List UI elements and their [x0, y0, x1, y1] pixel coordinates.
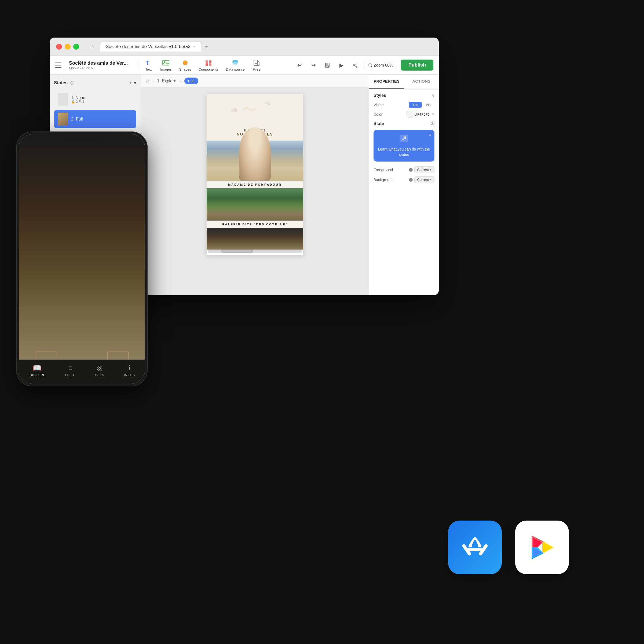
toolbar-right: ↩ ↪ ▶ Zoom 80% Publish: [294, 60, 433, 71]
plan-icon: ◎: [97, 364, 103, 372]
preview-button[interactable]: ▶: [336, 60, 346, 70]
color-picker[interactable]: #F4F5F5 ×: [407, 111, 434, 118]
undo-button[interactable]: ↩: [294, 60, 305, 70]
state-info-icon: [378, 134, 430, 145]
svg-text:T: T: [146, 60, 149, 66]
preview-madame-image: [207, 141, 303, 181]
maximize-traffic-light[interactable]: [73, 44, 79, 50]
canvas-scroll[interactable]: ❧ 〜 ❧ EXPLOREZ NOS HISTOIRES MADAME DE P…: [141, 87, 369, 295]
appstore-icon[interactable]: [448, 521, 502, 574]
visible-label: Visible: [374, 103, 385, 107]
breadcrumb-current: Full: [184, 78, 198, 84]
preview-card2-label: GALERIE DITE "DES COTELLE": [207, 221, 303, 228]
styles-chevron[interactable]: ∨: [432, 93, 434, 98]
redo-button[interactable]: ↪: [308, 60, 319, 70]
background-arrow: ▾: [430, 178, 431, 181]
liste-label: LISTE: [65, 373, 75, 377]
svg-text:❧: ❧: [263, 97, 273, 109]
phone-inner: EXPLOREZ NOS HISTOIRES MADAME DE POMPADO…: [19, 134, 145, 384]
styles-section-title: Styles ∨: [374, 93, 434, 98]
background-label: Background: [374, 178, 394, 182]
foreground-select[interactable]: Current ▾: [409, 166, 434, 173]
states-header: States ⓘ + ▾: [54, 80, 136, 86]
zoom-control[interactable]: Zoom 80%: [364, 61, 397, 69]
explore-icon: 📖: [33, 364, 41, 372]
images-label: Images: [160, 67, 172, 71]
phone-screen: EXPLOREZ NOS HISTOIRES MADAME DE POMPADO…: [19, 134, 145, 384]
share-button[interactable]: [350, 60, 360, 70]
infos-icon: ℹ: [128, 364, 131, 372]
preview-doors-image: [207, 228, 303, 250]
nav-plan[interactable]: ◎ PLAN: [95, 364, 104, 377]
minimize-traffic-light[interactable]: [65, 44, 71, 50]
state-item-none[interactable]: 1. None 🔒 2 Full: [54, 90, 136, 108]
state-none-sublabel: 🔒 2 Full: [71, 100, 85, 104]
publish-button[interactable]: Publish: [401, 60, 433, 71]
browser-tab[interactable]: Société des amis de Versailles v1.0-beta…: [100, 42, 201, 52]
tab-close[interactable]: ×: [193, 44, 196, 49]
nav-explore[interactable]: 📖 EXPLORE: [28, 364, 46, 377]
svg-rect-9: [254, 60, 258, 65]
state-info-text: Learn what you can do with the states: [378, 147, 430, 157]
states-info-icon: ⓘ: [70, 81, 74, 85]
shapes-label: Shapes: [179, 67, 191, 71]
foreground-row: Foreground Current ▾: [374, 166, 434, 173]
foreground-dropdown[interactable]: Current ▾: [414, 166, 434, 173]
states-dropdown-button[interactable]: ▾: [134, 80, 136, 86]
color-swatch[interactable]: [407, 111, 413, 118]
divider1: [138, 60, 138, 71]
svg-marker-44: [533, 537, 542, 547]
svg-rect-4: [206, 60, 208, 63]
state-info-close-button[interactable]: ×: [429, 133, 431, 137]
files-tool[interactable]: Files: [248, 57, 265, 73]
preview-card1-label: MADAME DE POMPADOUR: [207, 181, 303, 188]
visible-yes[interactable]: Yes: [409, 102, 422, 108]
hamburger-menu[interactable]: [55, 60, 65, 70]
background-dropdown[interactable]: Current ▾: [414, 176, 434, 183]
new-tab-button[interactable]: +: [204, 43, 208, 50]
infos-label: INFOS: [124, 373, 135, 377]
nav-infos[interactable]: ℹ INFOS: [124, 364, 135, 377]
breadcrumb-explore[interactable]: 1. Explore: [157, 79, 176, 83]
svg-text:〜: 〜: [241, 101, 258, 119]
images-tool[interactable]: Images: [156, 57, 175, 73]
visible-no[interactable]: No: [422, 102, 434, 108]
datasource-tool[interactable]: Data source: [222, 57, 248, 73]
shapes-tool[interactable]: Shapes: [175, 57, 195, 73]
background-select[interactable]: Current ▾: [409, 176, 434, 183]
states-title-group: States ⓘ: [54, 80, 74, 86]
canvas-scrollbar[interactable]: [208, 250, 302, 253]
right-panel: PROPERTIES ACTIONS Styles ∨ Visible Yes …: [369, 75, 439, 295]
svg-point-20: [369, 64, 371, 66]
state-full-label: 2. Full: [71, 117, 83, 122]
state-full-thumbnail: [58, 113, 68, 126]
phone-notch: [63, 134, 101, 142]
svg-line-18: [354, 64, 356, 65]
files-icon: [252, 59, 261, 67]
components-tool[interactable]: Components: [195, 57, 222, 73]
breadcrumb-home-icon[interactable]: ⌂: [146, 78, 149, 84]
panel-tabs: PROPERTIES ACTIONS: [369, 75, 439, 89]
add-state-button[interactable]: +: [129, 80, 132, 86]
nav-liste[interactable]: ≡ LISTE: [65, 364, 75, 377]
state-item-full[interactable]: 2. Full: [54, 110, 136, 128]
canvas-scrollbar-thumb: [221, 250, 253, 253]
explore-label: EXPLORE: [28, 373, 46, 377]
color-clear-button[interactable]: ×: [432, 112, 434, 117]
close-traffic-light[interactable]: [56, 44, 62, 50]
state-info-box: × Learn what you can do with the states: [374, 130, 434, 162]
canvas-area: ⌂ › 1. Explore › Full ❧ 〜 ❧: [141, 75, 369, 295]
home-icon[interactable]: ⌂: [89, 43, 97, 51]
save-button[interactable]: [322, 60, 332, 70]
phone-wrapper: EXPLOREZ NOS HISTOIRES MADAME DE POMPADO…: [16, 131, 148, 386]
playstore-icon[interactable]: [515, 521, 569, 574]
text-tool[interactable]: T Text: [140, 57, 156, 73]
state-none-thumbnail: [58, 93, 68, 106]
color-value: #F4F5F5: [415, 112, 430, 116]
visible-toggle: Yes No: [409, 102, 434, 108]
tab-actions[interactable]: ACTIONS: [404, 75, 439, 89]
svg-line-19: [354, 65, 356, 67]
tab-properties[interactable]: PROPERTIES: [369, 75, 404, 89]
color-row: Color #F4F5F5 ×: [374, 111, 434, 118]
text-icon: T: [144, 59, 153, 67]
